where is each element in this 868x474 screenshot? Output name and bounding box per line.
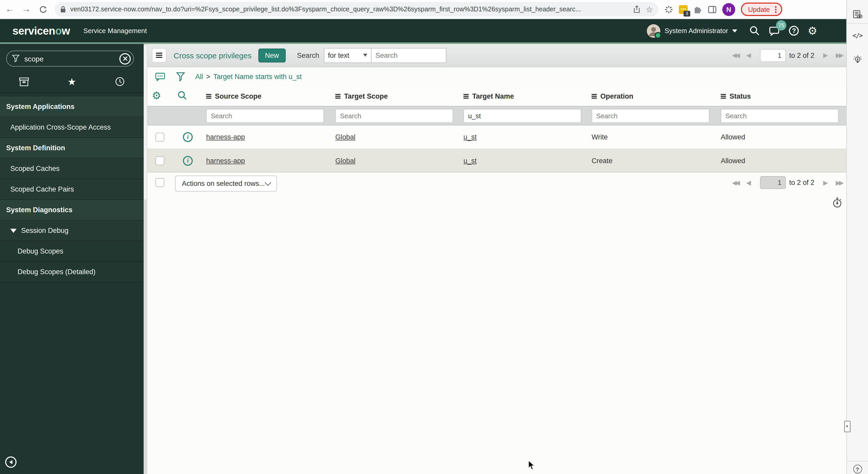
actions-select[interactable]: Actions on selected rows... xyxy=(175,175,277,192)
share-icon[interactable] xyxy=(633,5,641,13)
update-label: Update xyxy=(748,5,770,13)
filter-text: scope xyxy=(24,55,119,63)
response-time-icon[interactable] xyxy=(832,197,842,208)
column-menu-icon[interactable] xyxy=(721,94,726,95)
personalize-list-gear-icon[interactable]: ⚙ xyxy=(152,90,161,101)
nav-section-system-definition[interactable]: System Definition xyxy=(0,138,144,159)
select-caret-icon xyxy=(363,54,367,57)
filter-operation-input[interactable] xyxy=(592,109,709,123)
column-header-status[interactable]: Status xyxy=(721,86,751,106)
cell-source-scope-link[interactable]: harness-app xyxy=(206,133,245,141)
bookmark-star-icon[interactable]: ☆ xyxy=(646,4,653,14)
last-page-icon[interactable]: ▶▶ xyxy=(836,52,842,58)
browser-back-icon[interactable]: ← xyxy=(3,3,17,16)
user-menu[interactable]: System Administrator xyxy=(647,24,738,37)
code-panel-icon[interactable]: </> xyxy=(852,32,862,39)
row-checkbox[interactable] xyxy=(156,133,164,141)
select-all-checkbox[interactable] xyxy=(156,178,164,187)
address-bar[interactable]: ven03172.service-now.com/nav_to.do?uri=%… xyxy=(55,2,658,16)
filter-target-scope-input[interactable] xyxy=(335,109,453,123)
filter-builder-icon[interactable] xyxy=(176,72,185,81)
sidebar-scrollbar[interactable] xyxy=(144,44,147,474)
strip-drag-handle[interactable] xyxy=(844,421,850,432)
row-info-icon[interactable]: i xyxy=(183,132,193,142)
search-type-select[interactable]: for text xyxy=(324,48,371,63)
puzzle-extensions-icon[interactable] xyxy=(693,5,702,14)
cell-target-scope-link[interactable]: Global xyxy=(335,157,355,165)
cell-source-scope-link[interactable]: harness-app xyxy=(206,157,245,165)
breadcrumb-bar: All>Target Name starts with u_st xyxy=(147,67,846,86)
side-panel-icon[interactable] xyxy=(708,5,717,13)
nav-item-debug-scopes[interactable]: Debug Scopes xyxy=(0,241,144,262)
nav-item-scoped-caches[interactable]: Scoped Caches xyxy=(0,159,144,179)
prev-page-icon[interactable]: ◀ xyxy=(746,52,751,58)
cell-target-name-link[interactable]: u_st xyxy=(463,133,476,141)
navigator-filter-input[interactable]: scope xyxy=(6,50,134,67)
spinner-extension-icon[interactable] xyxy=(664,5,673,14)
sidebar-collapse-button[interactable] xyxy=(5,456,17,468)
list-search-input[interactable] xyxy=(371,48,446,63)
browser-menu-icon[interactable] xyxy=(773,6,778,13)
column-header-operation[interactable]: Operation xyxy=(592,86,633,106)
new-button[interactable]: New xyxy=(258,48,286,62)
nav-item-debug-scopes-detailed[interactable]: Debug Scopes (Detailed) xyxy=(0,262,144,282)
conversations-icon[interactable]: 75 xyxy=(769,26,780,36)
filter-source-scope-input[interactable] xyxy=(206,109,324,123)
yellow-extension-icon[interactable]: 3 xyxy=(679,5,688,14)
insight-lightbulb-icon[interactable] xyxy=(852,55,863,66)
column-menu-icon[interactable] xyxy=(335,94,340,95)
browser-reload-icon[interactable] xyxy=(36,3,50,16)
servicenow-logo[interactable]: servicenow xyxy=(12,25,70,37)
cell-target-scope-link[interactable]: Global xyxy=(335,133,355,141)
chevron-down-icon xyxy=(265,179,271,185)
nav-toggle-session-debug[interactable]: Session Debug xyxy=(0,221,144,241)
nav-item-application-cross-scope-access[interactable]: Application Cross-Scope Access xyxy=(0,117,144,138)
filter-clear-icon[interactable] xyxy=(119,53,131,64)
list-chat-icon[interactable] xyxy=(155,72,165,81)
column-search-toggle-icon[interactable] xyxy=(177,90,188,101)
strip-help-icon[interactable]: ? xyxy=(853,465,862,473)
row-info-icon[interactable]: i xyxy=(183,156,193,166)
nav-item-scoped-cache-pairs[interactable]: Scoped Cache Pairs xyxy=(0,179,144,200)
column-menu-icon[interactable] xyxy=(463,94,469,95)
column-header-target-name[interactable]: Target Name xyxy=(463,86,514,106)
first-page-icon[interactable]: ◀◀ xyxy=(732,179,739,185)
global-search-icon[interactable] xyxy=(749,25,760,36)
navigator-tabs: ★ xyxy=(0,71,144,93)
browser-profile-avatar[interactable]: N xyxy=(722,3,735,16)
list-title[interactable]: Cross scope privileges xyxy=(174,51,252,60)
settings-gear-icon[interactable]: ⚙ xyxy=(808,26,817,36)
column-menu-icon[interactable] xyxy=(592,94,597,95)
tab-all-applications[interactable] xyxy=(0,71,48,93)
column-header-target-scope[interactable]: Target Scope xyxy=(335,86,388,106)
list-context-menu-button[interactable] xyxy=(152,48,166,63)
page-number-input[interactable] xyxy=(760,176,785,189)
table-row[interactable]: i harness-app Global u_st Write Allowed xyxy=(147,126,846,149)
cell-target-name-link[interactable]: u_st xyxy=(463,157,476,165)
url-text: ven03172.service-now.com/nav_to.do?uri=%… xyxy=(70,6,627,13)
list-footer: Actions on selected rows... ◀◀ ◀ to 2 of… xyxy=(147,172,846,199)
first-page-icon[interactable]: ◀◀ xyxy=(732,52,739,58)
next-page-icon[interactable]: ▶ xyxy=(823,179,828,185)
next-page-icon[interactable]: ▶ xyxy=(823,52,828,58)
column-menu-icon[interactable] xyxy=(206,94,211,95)
tab-favorites[interactable]: ★ xyxy=(48,71,96,93)
breadcrumb-filter-link[interactable]: Target Name starts with u_st xyxy=(213,73,302,80)
browser-forward-icon[interactable]: → xyxy=(20,3,33,16)
reading-list-icon[interactable] xyxy=(852,10,862,19)
tab-history[interactable] xyxy=(96,71,144,93)
mouse-cursor xyxy=(528,460,535,470)
breadcrumb-all-link[interactable]: All xyxy=(195,73,203,80)
page-number-input[interactable] xyxy=(760,49,785,62)
help-icon[interactable]: ? xyxy=(789,26,799,36)
nav-section-system-diagnostics[interactable]: System Diagnostics xyxy=(0,200,144,221)
browser-update-button[interactable]: Update xyxy=(741,3,782,16)
row-checkbox[interactable] xyxy=(156,157,164,165)
last-page-icon[interactable]: ▶▶ xyxy=(836,179,842,185)
table-row[interactable]: i harness-app Global u_st Create Allowed xyxy=(147,149,846,172)
nav-section-system-applications[interactable]: System Applications xyxy=(0,97,144,117)
filter-status-input[interactable] xyxy=(721,109,839,123)
prev-page-icon[interactable]: ◀ xyxy=(746,179,751,185)
column-header-source-scope[interactable]: Source Scope xyxy=(206,86,261,106)
filter-target-name-input[interactable] xyxy=(463,109,581,123)
